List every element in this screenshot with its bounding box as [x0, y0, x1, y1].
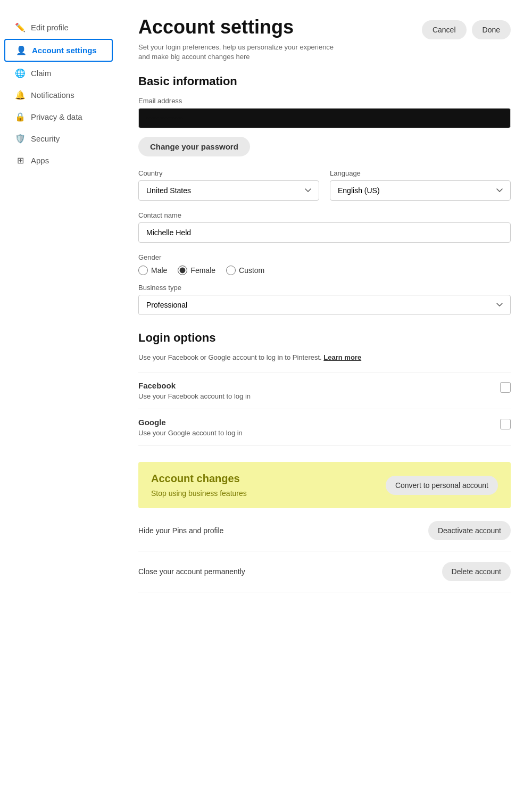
email-label: Email address: [138, 97, 511, 105]
sidebar-item-label: Account settings: [32, 46, 97, 55]
language-field-group: Language English (US): [330, 169, 511, 201]
globe-icon: 🌐: [15, 68, 26, 78]
sidebar-item-label: Notifications: [31, 90, 74, 100]
close-account-text: Close your account permanently: [138, 567, 245, 576]
main-content: Account settings Set your login preferen…: [117, 0, 532, 786]
account-changes-yellow-left: Account changes Stop using business feat…: [151, 473, 247, 498]
gender-custom-radio[interactable]: [226, 266, 236, 275]
sidebar-item-label: Privacy & data: [31, 112, 82, 121]
bell-icon: 🔔: [15, 90, 26, 100]
business-type-label: Business type: [138, 284, 511, 292]
language-label: Language: [330, 169, 511, 177]
stop-business-text: Stop using business features: [151, 489, 247, 498]
page-header: Account settings Set your login preferen…: [138, 16, 511, 62]
language-select[interactable]: English (US): [330, 180, 511, 201]
google-login-checkbox[interactable]: [500, 419, 511, 429]
pencil-icon: ✏️: [15, 22, 26, 32]
learn-more-link[interactable]: Learn more: [323, 353, 361, 361]
google-login-description: Use your Google account to log in: [138, 429, 243, 437]
account-changes-title: Account changes: [151, 473, 247, 485]
sidebar-item-label: Security: [31, 134, 60, 143]
sidebar: ✏️ Edit profile 👤 Account settings 🌐 Cla…: [0, 0, 117, 786]
deactivate-account-row: Hide your Pins and profile Deactivate ac…: [138, 510, 511, 551]
email-field-group: Email address: [138, 97, 511, 128]
sidebar-item-label: Edit profile: [31, 23, 69, 32]
facebook-login-checkbox[interactable]: [500, 382, 511, 393]
page-subtitle: Set your login preferences, help us pers…: [138, 43, 340, 62]
contact-name-label: Contact name: [138, 211, 511, 219]
email-input[interactable]: [138, 108, 511, 128]
gender-field-group: Gender Male Female Custom: [138, 253, 511, 275]
sidebar-item-account-settings[interactable]: 👤 Account settings: [4, 39, 113, 62]
user-icon: 👤: [16, 45, 27, 55]
account-changes-yellow-banner: Account changes Stop using business feat…: [138, 462, 511, 508]
account-changes-section: Account changes Stop using business feat…: [138, 462, 511, 592]
gender-female-radio[interactable]: [178, 266, 187, 275]
gender-male-option[interactable]: Male: [138, 266, 167, 275]
gender-custom-label: Custom: [239, 266, 264, 275]
change-password-button[interactable]: Change your password: [138, 137, 250, 156]
country-label: Country: [138, 169, 319, 177]
sidebar-item-notifications[interactable]: 🔔 Notifications: [4, 85, 113, 105]
gender-male-radio[interactable]: [138, 266, 148, 275]
facebook-login-description: Use your Facebook account to log in: [138, 392, 251, 400]
shield-icon: 🛡️: [15, 134, 26, 144]
sidebar-item-apps[interactable]: ⊞ Apps: [4, 150, 113, 171]
page-title: Account settings: [138, 16, 340, 38]
lock-icon: 🔒: [15, 112, 26, 122]
basic-info-section: Basic information Email address Change y…: [138, 75, 511, 315]
gender-options: Male Female Custom: [138, 266, 511, 275]
deactivate-account-button[interactable]: Deactivate account: [428, 521, 511, 540]
sidebar-item-label: Claim: [31, 69, 51, 78]
header-buttons: Cancel Done: [422, 20, 511, 39]
country-field-group: Country United States: [138, 169, 319, 201]
hide-pins-text: Hide your Pins and profile: [138, 526, 223, 535]
gender-label: Gender: [138, 253, 511, 261]
sidebar-item-label: Apps: [31, 156, 49, 165]
google-login-name: Google: [138, 418, 243, 427]
country-language-row: Country United States Language English (…: [138, 169, 511, 201]
gender-female-label: Female: [190, 266, 215, 275]
google-login-option: Google Use your Google account to log in: [138, 409, 511, 446]
business-type-select[interactable]: Professional: [138, 295, 511, 315]
country-select[interactable]: United States: [138, 180, 319, 201]
convert-to-personal-button[interactable]: Convert to personal account: [386, 476, 498, 495]
sidebar-item-security[interactable]: 🛡️ Security: [4, 128, 113, 149]
facebook-login-text: Facebook Use your Facebook account to lo…: [138, 381, 251, 400]
facebook-login-option: Facebook Use your Facebook account to lo…: [138, 372, 511, 409]
login-options-subtitle: Use your Facebook or Google account to l…: [138, 353, 511, 361]
gender-male-label: Male: [151, 266, 167, 275]
cancel-button[interactable]: Cancel: [422, 20, 467, 39]
delete-account-row: Close your account permanently Delete ac…: [138, 551, 511, 592]
contact-name-input[interactable]: [138, 222, 511, 243]
delete-account-button[interactable]: Delete account: [442, 562, 511, 581]
login-options-section: Login options Use your Facebook or Googl…: [138, 331, 511, 446]
gender-female-option[interactable]: Female: [178, 266, 215, 275]
basic-info-title: Basic information: [138, 75, 511, 88]
login-options-title: Login options: [138, 331, 511, 345]
contact-name-field-group: Contact name: [138, 211, 511, 243]
header-left: Account settings Set your login preferen…: [138, 16, 340, 62]
facebook-login-name: Facebook: [138, 381, 251, 390]
sidebar-item-edit-profile[interactable]: ✏️ Edit profile: [4, 17, 113, 38]
done-button[interactable]: Done: [472, 20, 511, 39]
sidebar-item-privacy-data[interactable]: 🔒 Privacy & data: [4, 106, 113, 127]
business-type-field-group: Business type Professional: [138, 284, 511, 315]
grid-icon: ⊞: [15, 155, 26, 166]
sidebar-item-claim[interactable]: 🌐 Claim: [4, 63, 113, 84]
gender-custom-option[interactable]: Custom: [226, 266, 264, 275]
google-login-text: Google Use your Google account to log in: [138, 418, 243, 437]
